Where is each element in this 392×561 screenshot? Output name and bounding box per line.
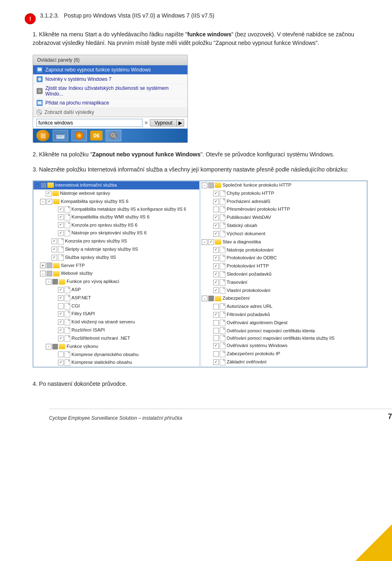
tree-item[interactable]: ✓ Základní ověřování [201, 358, 367, 366]
search-result-item[interactable]: Přidat na plochu miniaplikace [33, 98, 187, 108]
tree-item[interactable]: ✓ Chyby protokolu HTTP [201, 189, 367, 198]
tree-item[interactable]: ✓ Nástroje webové správy [33, 189, 199, 198]
tree-checkbox[interactable]: ✓ [58, 327, 64, 333]
tree-item[interactable]: CGI [33, 302, 199, 310]
tree-item[interactable]: ✓ ASP.NET [33, 294, 199, 302]
tree-item[interactable]: ✓ Kompatibilita metabáze služby IIS a ko… [33, 205, 199, 213]
tree-item[interactable]: ✓ Trasování [201, 278, 367, 287]
tree-checkbox[interactable]: ✓ [58, 287, 64, 293]
tree-checkbox[interactable]: ✓ [58, 295, 64, 301]
tree-item[interactable]: ✓ Skripty a nástroje správy služby IIS [33, 245, 199, 254]
tree-item[interactable]: ✓ Statický obsah [201, 222, 367, 230]
more-results-link[interactable]: 🔍 Zobrazit další výsledky [33, 108, 187, 117]
tree-item[interactable]: ✓ Vlastní protokolování [201, 287, 367, 295]
tree-checkbox[interactable]: ✓ [213, 312, 219, 318]
search-result-item[interactable]: Novinky v systému Windows 7 [33, 75, 187, 84]
tree-checkbox[interactable]: ✓ [58, 207, 64, 212]
tree-checkbox[interactable]: ✓ [213, 287, 219, 293]
tree-checkbox[interactable]: ✓ [58, 230, 64, 236]
tree-toggle[interactable]: - [40, 271, 46, 276]
tree-toggle[interactable]: - [202, 239, 207, 245]
tree-checkbox[interactable]: ✓ [51, 238, 57, 244]
go-button[interactable]: Vypnout [150, 119, 177, 127]
search-result-item[interactable]: Zapnout nebo vypnout funkce systému Wind… [33, 65, 187, 75]
tree-item[interactable]: ✓ Konzola pro správu služby IIS [33, 237, 199, 245]
tree-item[interactable]: ✓ Protokolování do ODBC [201, 254, 367, 262]
tree-checkbox[interactable]: ✓ [47, 199, 52, 205]
start-button[interactable]: ⊞ [36, 130, 49, 141]
tree-checkbox[interactable]: ✓ [51, 247, 57, 252]
tree-toggle[interactable]: - [40, 199, 46, 205]
tree-item[interactable]: ✓ Služba správy služby IIS [33, 254, 199, 262]
tree-item[interactable]: - Funkce pro vývoj aplikací [33, 278, 199, 286]
tree-checkbox[interactable]: ✓ [213, 247, 219, 253]
tree-item[interactable]: ✓ Filtry ISAPI [33, 310, 199, 318]
tree-checkbox[interactable] [213, 335, 219, 341]
tree-checkbox[interactable]: ✓ [58, 311, 64, 317]
tree-item[interactable]: Ověřování algoritmem Digest [201, 319, 367, 327]
tree-toggle[interactable]: - [34, 183, 40, 188]
tree-item[interactable]: ✓ Kompatibilita služby WMI služby IIS 6 [33, 213, 199, 221]
tree-checkbox[interactable]: ✓ [208, 239, 214, 245]
arrow-button[interactable]: ▶ [177, 119, 184, 127]
tree-item[interactable]: ✓ Kód vložený na straně serveru [33, 318, 199, 326]
tree-checkbox[interactable] [58, 352, 64, 357]
tree-checkbox[interactable] [52, 344, 58, 350]
tree-checkbox[interactable]: ✓ [58, 222, 64, 228]
tree-checkbox[interactable]: ✓ [213, 223, 219, 229]
tree-item[interactable]: ✓ ASP [33, 286, 199, 294]
clear-button[interactable]: ✕ [144, 120, 148, 126]
tree-item[interactable]: ✓ Ověřování systému Windows [201, 342, 367, 350]
tree-item[interactable]: ✓ Komprese statického obsahu [33, 358, 199, 367]
tree-item[interactable]: Autorizace adres URL [201, 303, 367, 311]
tree-toggle[interactable]: - [202, 296, 207, 301]
tree-item[interactable]: ✓ Rozšíření ISAPI [33, 326, 199, 334]
tree-item[interactable]: Ověřování pomocí mapování certifikátu kl… [201, 327, 367, 334]
taskbar-item-1[interactable] [53, 130, 68, 141]
tree-checkbox[interactable]: ✓ [213, 215, 219, 220]
tree-item[interactable]: - Webové služby [33, 269, 199, 278]
tree-checkbox[interactable]: ✓ [213, 359, 219, 365]
tree-checkbox[interactable]: ✓ [213, 199, 219, 205]
tree-item[interactable]: ✓ Procházení adresářů [201, 198, 367, 206]
tree-checkbox[interactable] [52, 279, 58, 285]
tree-checkbox[interactable] [58, 303, 64, 309]
tree-item[interactable]: - Společné funkce protokolu HTTP [201, 181, 367, 189]
tree-checkbox[interactable] [213, 351, 219, 357]
tree-checkbox[interactable] [47, 263, 52, 268]
search-input[interactable] [36, 119, 143, 127]
tree-checkbox[interactable]: ✓ [213, 343, 219, 349]
taskbar-item-4[interactable] [106, 130, 121, 141]
tree-checkbox[interactable]: ✓ [213, 191, 219, 196]
tree-checkbox[interactable]: ✓ [213, 255, 219, 261]
tree-checkbox[interactable] [213, 320, 219, 326]
tree-checkbox[interactable] [208, 183, 214, 188]
taskbar-item-3[interactable]: 06 [90, 131, 102, 140]
tree-item[interactable]: ✓ Nástroje pro skriptování služby IIS 6 [33, 229, 199, 237]
tree-checkbox[interactable]: ✓ [46, 191, 51, 196]
tree-checkbox[interactable] [213, 328, 219, 334]
tree-item[interactable]: ✓ Konzola pro správu služby IIS 6 [33, 221, 199, 229]
tree-item[interactable]: ✓ Nástroje protokolování [201, 246, 367, 254]
tree-item[interactable]: Komprese dynamického obsahu [33, 351, 199, 359]
tree-item[interactable]: ✓ Filtrování požadavků [201, 311, 367, 319]
tree-checkbox[interactable]: ✓ [213, 263, 219, 269]
tree-checkbox[interactable]: ✓ [58, 214, 64, 220]
tree-checkbox[interactable]: ✓ [58, 336, 64, 341]
tree-toggle[interactable]: - [46, 279, 51, 285]
tree-checkbox[interactable] [41, 183, 47, 188]
tree-item[interactable]: - Funkce výkonu [33, 343, 199, 351]
tree-toggle[interactable]: - [46, 344, 51, 350]
tree-checkbox[interactable] [213, 207, 219, 212]
tree-item[interactable]: ✓ Výchozí dokument [201, 230, 367, 238]
taskbar-item-2[interactable] [71, 130, 87, 141]
tree-item[interactable]: ✓ Protokolování HTTP [201, 262, 367, 270]
tree-checkbox[interactable]: ✓ [51, 255, 57, 260]
tree-item[interactable]: Ověřování pomocí mapování certifikátu kl… [201, 334, 367, 342]
tree-item[interactable]: Zabezpečení protokolu IP [201, 350, 367, 358]
tree-item[interactable]: - ✓ Kompatibilita správy služby IIS 6 [33, 198, 199, 206]
tree-checkbox[interactable]: ✓ [213, 280, 219, 285]
tree-item[interactable]: - Zabezpečení [201, 294, 367, 303]
tree-toggle[interactable]: + [40, 263, 46, 268]
tree-item[interactable]: ✓ Publikování WebDAV [201, 214, 367, 222]
